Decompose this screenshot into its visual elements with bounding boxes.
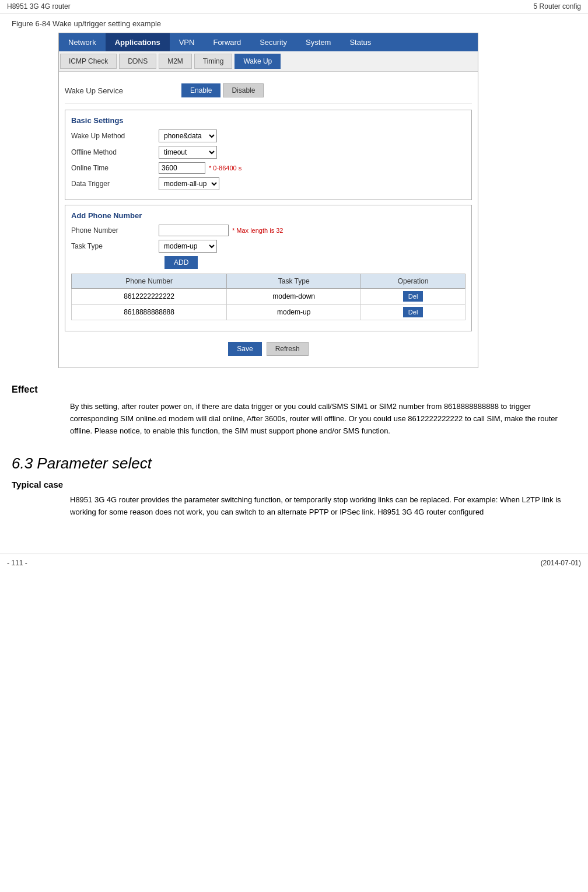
- task-cell: modem-up: [227, 305, 361, 320]
- refresh-button[interactable]: Refresh: [267, 342, 309, 356]
- subnav-timing[interactable]: Timing: [194, 54, 233, 69]
- nav-bar: Network Applications VPN Forward Securit…: [59, 33, 478, 51]
- field-offline-method: Offline Method timeout: [71, 146, 466, 159]
- figure-caption: Figure 6-84 Wake up/trigger setting exam…: [12, 19, 576, 28]
- nav-item-security[interactable]: Security: [250, 33, 296, 51]
- task-cell: modem-down: [227, 289, 361, 305]
- effect-body: By this setting, after router power on, …: [70, 401, 576, 437]
- task-type-label: Task Type: [71, 242, 159, 250]
- phone-table: Phone Number Task Type Operation 8612222…: [71, 274, 466, 320]
- basic-settings-title: Basic Settings: [71, 116, 466, 125]
- field-data-trigger: Data Trigger modem-all-up: [71, 177, 466, 190]
- op-cell: Del: [361, 289, 466, 305]
- disable-button[interactable]: Disable: [223, 83, 264, 97]
- table-row: 8618888888888 modem-up Del: [72, 305, 466, 320]
- phone-cell: 8618888888888: [72, 305, 227, 320]
- del-button-1[interactable]: Del: [403, 291, 424, 302]
- phone-table-container: Phone Number Task Type Operation 8612222…: [71, 274, 466, 320]
- add-phone-box: Add Phone Number Phone Number * Max leng…: [65, 205, 472, 331]
- phone-number-input[interactable]: [159, 225, 229, 236]
- subnav-icmp[interactable]: ICMP Check: [60, 54, 117, 69]
- nav-item-system[interactable]: System: [296, 33, 340, 51]
- data-trigger-select[interactable]: modem-all-up: [159, 177, 219, 190]
- basic-settings-box: Basic Settings Wake Up Method phone&data…: [65, 110, 472, 200]
- content-area: Wake Up Service Enable Disable Basic Set…: [59, 72, 478, 368]
- save-button[interactable]: Save: [228, 342, 261, 356]
- online-time-label: Online Time: [71, 164, 159, 172]
- wake-up-service-label: Wake Up Service: [65, 86, 181, 95]
- nav-item-forward[interactable]: Forward: [204, 33, 250, 51]
- wake-up-method-select[interactable]: phone&data: [159, 130, 217, 142]
- phone-number-label: Phone Number: [71, 226, 159, 235]
- online-time-hint: * 0-86400 s: [209, 165, 242, 172]
- data-trigger-label: Data Trigger: [71, 180, 159, 188]
- chapter-heading: 6.3 Parameter select: [12, 454, 576, 473]
- header-left: H8951 3G 4G router: [7, 2, 71, 11]
- phone-hint: * Max length is 32: [232, 227, 283, 234]
- subnav-m2m[interactable]: M2M: [159, 54, 192, 69]
- header-right: 5 Router config: [534, 2, 581, 11]
- sub-nav-bar: ICMP Check DDNS M2M Timing Wake Up: [59, 51, 478, 72]
- field-wake-up-method: Wake Up Method phone&data: [71, 130, 466, 142]
- add-button[interactable]: ADD: [164, 256, 198, 269]
- effect-heading: Effect: [12, 384, 576, 395]
- phone-cell: 8612222222222: [72, 289, 227, 305]
- subnav-wakeup[interactable]: Wake Up: [235, 54, 281, 69]
- typical-case-body: H8951 3G 4G router provides the paramete…: [70, 494, 576, 519]
- field-task-type: Task Type modem-up: [71, 240, 466, 253]
- col-phone: Phone Number: [72, 274, 227, 289]
- footer-left: - 111 -: [7, 559, 27, 567]
- task-type-select[interactable]: modem-up: [159, 240, 217, 253]
- op-cell: Del: [361, 305, 466, 320]
- bottom-buttons: Save Refresh: [65, 336, 472, 362]
- router-ui: Network Applications VPN Forward Securit…: [58, 33, 478, 368]
- col-op: Operation: [361, 274, 466, 289]
- offline-method-label: Offline Method: [71, 148, 159, 156]
- subnav-ddns[interactable]: DDNS: [119, 54, 156, 69]
- del-button-2[interactable]: Del: [403, 307, 424, 317]
- wake-up-method-label: Wake Up Method: [71, 132, 159, 140]
- online-time-input[interactable]: [159, 162, 205, 174]
- enable-button[interactable]: Enable: [181, 83, 220, 97]
- col-task: Task Type: [227, 274, 361, 289]
- field-online-time: Online Time * 0-86400 s: [71, 162, 466, 174]
- field-phone-number: Phone Number * Max length is 32: [71, 225, 466, 236]
- footer-right: (2014-07-01): [541, 559, 581, 567]
- offline-method-select[interactable]: timeout: [159, 146, 217, 159]
- wake-up-btn-group: Enable Disable: [181, 83, 264, 97]
- nav-item-network[interactable]: Network: [59, 33, 106, 51]
- wake-up-service-row: Wake Up Service Enable Disable: [65, 78, 472, 104]
- nav-item-applications[interactable]: Applications: [106, 33, 170, 51]
- typical-case-heading: Typical case: [12, 480, 576, 489]
- nav-item-status[interactable]: Status: [340, 33, 380, 51]
- add-phone-title: Add Phone Number: [71, 211, 466, 220]
- nav-item-vpn[interactable]: VPN: [170, 33, 204, 51]
- table-row: 8612222222222 modem-down Del: [72, 289, 466, 305]
